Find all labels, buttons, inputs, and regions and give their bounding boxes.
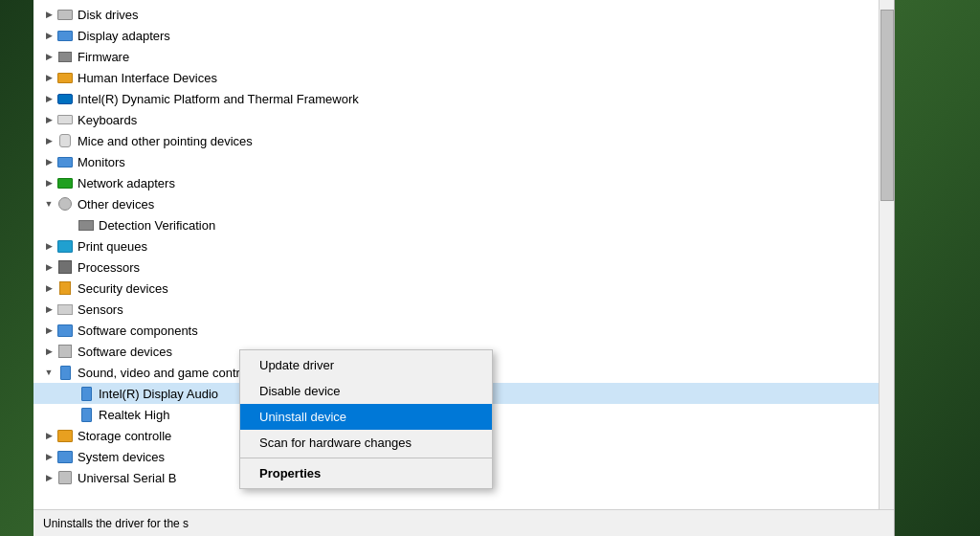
status-bar: Uninstalls the driver for the s (33, 509, 894, 536)
tree-item-print-queues[interactable]: ▶Print queues (33, 235, 894, 257)
tree-label-storage-controllers: Storage controlle (78, 429, 171, 443)
tree-label-usb: Universal Serial B (78, 471, 176, 485)
chevron-display-adapters[interactable]: ▶ (41, 28, 56, 43)
tree-label-software-devices: Software devices (78, 345, 172, 359)
disk-icon (56, 7, 74, 22)
scrollbar[interactable] (879, 0, 894, 509)
chevron-software-devices[interactable]: ▶ (41, 344, 56, 359)
display-icon (56, 28, 74, 43)
tree-item-monitors[interactable]: ▶Monitors (33, 151, 894, 172)
tree-label-keyboards: Keyboards (78, 113, 137, 127)
keyboard-icon (56, 112, 74, 127)
context-menu: Update driverDisable deviceUninstall dev… (239, 349, 493, 489)
chevron-detection[interactable] (62, 217, 78, 233)
tree-label-processors: Processors (78, 260, 140, 275)
context-item-disable-device[interactable]: Disable device (240, 378, 492, 404)
tree-item-intel-platform[interactable]: ▶Intel(R) Dynamic Platform and Thermal F… (33, 88, 894, 109)
tree-item-network[interactable]: ▶Network adapters (33, 172, 894, 193)
chevron-mice[interactable]: ▶ (41, 133, 56, 148)
tree-item-display-adapters[interactable]: ▶Display adapters (33, 25, 894, 46)
tree-label-monitors: Monitors (78, 155, 125, 169)
chevron-disk-drives[interactable]: ▶ (41, 7, 56, 22)
chevron-sound-video[interactable]: ▼ (41, 365, 56, 380)
status-text: Uninstalls the driver for the s (43, 517, 189, 530)
software-dev-icon (56, 344, 74, 359)
security-icon (56, 280, 74, 296)
chevron-storage-controllers[interactable]: ▶ (41, 428, 56, 443)
chevron-system-devices[interactable]: ▶ (41, 449, 56, 464)
tree-item-hid[interactable]: ▶Human Interface Devices (33, 67, 894, 88)
processor-icon (56, 259, 74, 275)
tree-label-system-devices: System devices (78, 450, 165, 464)
sound-icon (56, 365, 74, 380)
tree-item-other-devices[interactable]: ▼Other devices (33, 193, 894, 214)
chevron-software-components[interactable]: ▶ (41, 323, 56, 338)
intel-icon (56, 91, 74, 106)
tree-label-hid: Human Interface Devices (78, 71, 217, 85)
monitor-icon (56, 154, 74, 169)
tree-label-other-devices: Other devices (78, 197, 154, 212)
tree-label-display-adapters: Display adapters (78, 29, 170, 43)
tree-item-processors[interactable]: ▶Processors (33, 257, 894, 278)
chevron-firmware[interactable]: ▶ (41, 49, 56, 64)
storage-icon (56, 428, 74, 443)
scrollbar-thumb[interactable] (880, 10, 894, 201)
mouse-icon (56, 133, 74, 148)
tree-label-intel-platform: Intel(R) Dynamic Platform and Thermal Fr… (78, 92, 359, 106)
tree-item-firmware[interactable]: ▶Firmware (33, 46, 894, 67)
tree-label-intel-audio: Intel(R) Display Audio (99, 387, 218, 401)
tree-label-detection: Detection Verification (99, 218, 215, 233)
chevron-monitors[interactable]: ▶ (41, 154, 56, 169)
network-icon (56, 175, 74, 190)
chevron-print-queues[interactable]: ▶ (41, 238, 56, 254)
chevron-intel-platform[interactable]: ▶ (41, 91, 56, 106)
chevron-usb[interactable]: ▶ (41, 470, 56, 485)
tree-label-firmware: Firmware (78, 50, 129, 64)
tree-label-security-devices: Security devices (78, 281, 168, 296)
intel-audio-icon (78, 386, 95, 401)
chevron-realtek[interactable] (62, 407, 78, 422)
tree-item-disk-drives[interactable]: ▶Disk drives (33, 4, 894, 25)
tree-item-sensors[interactable]: ▶Sensors (33, 299, 894, 320)
chevron-network[interactable]: ▶ (41, 175, 56, 190)
tree-label-disk-drives: Disk drives (78, 8, 139, 22)
device-manager-window: ▶Disk drives▶Display adapters▶Firmware▶H… (33, 0, 895, 536)
context-item-scan-hardware[interactable]: Scan for hardware changes (240, 430, 492, 456)
hid-icon (56, 70, 74, 85)
print-icon (56, 238, 74, 254)
tree-label-network: Network adapters (78, 176, 175, 190)
realtek-icon (78, 407, 95, 422)
detection-icon (78, 217, 95, 233)
tree-label-mice: Mice and other pointing devices (78, 134, 253, 148)
chevron-sensors[interactable]: ▶ (41, 302, 56, 317)
tree-item-security-devices[interactable]: ▶Security devices (33, 278, 894, 299)
tree-label-print-queues: Print queues (78, 239, 147, 254)
firmware-icon (56, 49, 74, 64)
tree-label-software-components: Software components (78, 324, 198, 338)
usb-icon (56, 470, 74, 485)
tree-item-software-components[interactable]: ▶Software components (33, 320, 894, 341)
context-item-properties[interactable]: Properties (240, 460, 492, 486)
tree-item-mice[interactable]: ▶Mice and other pointing devices (33, 130, 894, 151)
other-icon (56, 196, 74, 212)
context-item-uninstall-device[interactable]: Uninstall device (240, 404, 492, 430)
tree-label-realtek: Realtek High (99, 408, 169, 422)
chevron-intel-audio[interactable] (62, 386, 78, 401)
chevron-keyboards[interactable]: ▶ (41, 112, 56, 127)
tree-label-sensors: Sensors (78, 302, 123, 317)
context-item-update-driver[interactable]: Update driver (240, 352, 492, 378)
chevron-other-devices[interactable]: ▼ (41, 196, 56, 212)
chevron-processors[interactable]: ▶ (41, 259, 56, 275)
chevron-hid[interactable]: ▶ (41, 70, 56, 85)
tree-item-detection[interactable]: Detection Verification (33, 214, 894, 235)
tree-item-keyboards[interactable]: ▶Keyboards (33, 109, 894, 130)
software-comp-icon (56, 323, 74, 338)
context-separator (240, 458, 492, 458)
chevron-security-devices[interactable]: ▶ (41, 280, 56, 296)
sensor-icon (56, 302, 74, 317)
system-icon (56, 449, 74, 464)
